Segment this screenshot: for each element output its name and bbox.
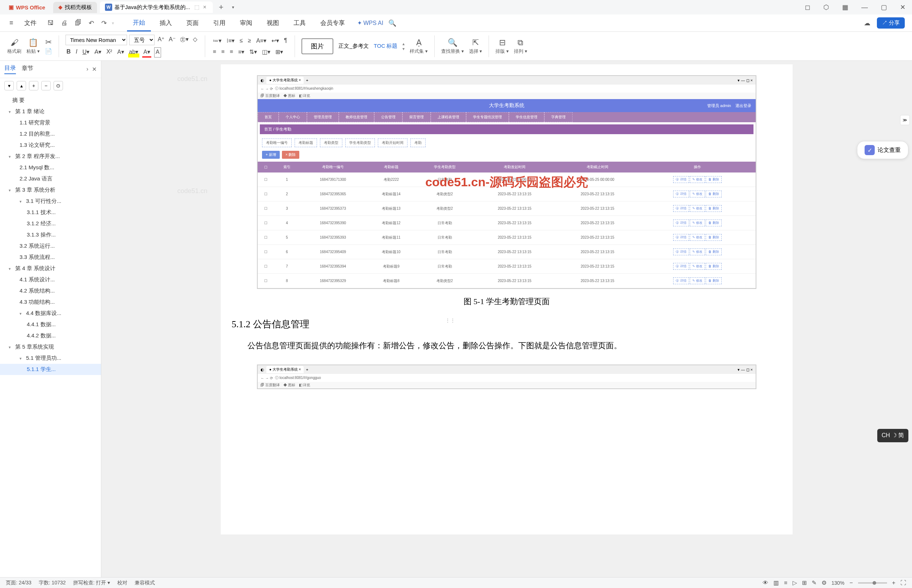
- outline-item-21[interactable]: 4.4.2 数据...: [0, 330, 101, 341]
- fullscreen-icon[interactable]: ⛶: [901, 580, 906, 586]
- menu-view[interactable]: 视图: [261, 15, 285, 31]
- zoom-slider[interactable]: [858, 582, 887, 584]
- outline-item-9[interactable]: ▾3.1 可行性分...: [0, 195, 101, 207]
- outline-item-18[interactable]: 4.3 功能结构...: [0, 297, 101, 308]
- subscript-button[interactable]: A▾: [116, 47, 125, 58]
- outline-item-6[interactable]: 2.1 Mysql 数...: [0, 162, 101, 173]
- menu-start[interactable]: 开始: [127, 15, 151, 31]
- gear-icon[interactable]: ⚙: [821, 579, 826, 586]
- outline-item-24[interactable]: 5.1.1 学生...: [0, 364, 101, 375]
- sidebar-close-icon[interactable]: ✕: [92, 66, 97, 73]
- font-color-button[interactable]: A▾: [142, 47, 151, 58]
- indent-left-icon[interactable]: ≤: [238, 36, 244, 45]
- paste-group[interactable]: 📋 粘贴 ▾: [26, 38, 40, 55]
- bold-button[interactable]: B: [65, 47, 72, 58]
- outline-item-17[interactable]: 4.2 系统结构...: [0, 285, 101, 297]
- save-icon[interactable]: 🖫: [45, 17, 56, 29]
- number-list-icon[interactable]: ⁞≡▾: [225, 36, 236, 45]
- close-tab-icon[interactable]: ×: [202, 4, 208, 10]
- outline-item-15[interactable]: ▾第 4 章 系统设计: [0, 263, 101, 274]
- grow-font-icon[interactable]: A⁺: [157, 35, 166, 45]
- redo-icon[interactable]: ↷: [99, 17, 109, 29]
- outline-settings-button[interactable]: ⊙: [53, 81, 63, 90]
- maximize-button[interactable]: ▢: [878, 2, 890, 13]
- drag-handle-icon[interactable]: ⋮⋮: [445, 318, 455, 323]
- bullet-list-icon[interactable]: ≔▾: [212, 36, 223, 45]
- align-right-icon[interactable]: ≡: [229, 47, 234, 57]
- add-heading-button[interactable]: +: [29, 81, 38, 90]
- outline-item-4[interactable]: 1.3 论文研究...: [0, 140, 101, 151]
- cut-button[interactable]: ✂ 📄: [45, 37, 52, 55]
- outline-item-5[interactable]: ▾第 2 章 程序开发...: [0, 151, 101, 162]
- outline-item-8[interactable]: ▾第 3 章 系统分析: [0, 184, 101, 195]
- tab-dropdown-icon[interactable]: ▾: [229, 5, 237, 10]
- outline-item-13[interactable]: 3.2 系统运行...: [0, 241, 101, 252]
- format-brush-group[interactable]: 🖌 格式刷: [7, 38, 21, 55]
- image-button[interactable]: 图片: [301, 38, 333, 54]
- avatar-icon[interactable]: ▦: [839, 2, 851, 13]
- search-icon[interactable]: 🔍: [386, 17, 398, 29]
- paper-check-button[interactable]: ✓ 论文查重: [857, 141, 909, 159]
- font-size-select[interactable]: 五号: [129, 35, 154, 45]
- layout-group[interactable]: ⊟ 排版 ▾: [496, 38, 509, 55]
- outline-item-12[interactable]: 3.1.3 操作...: [0, 229, 101, 241]
- document-tab-active[interactable]: W 基于Java的大学生考勤系统的... ⬚ ×: [100, 2, 213, 13]
- outline-item-22[interactable]: ▾第 5 章系统实现: [0, 341, 101, 352]
- zoom-level[interactable]: 130%: [832, 580, 845, 586]
- shrink-font-icon[interactable]: A⁻: [168, 35, 177, 45]
- share-button[interactable]: ↗ 分享: [877, 17, 905, 29]
- outline-item-7[interactable]: 2.2 Java 语言: [0, 173, 101, 184]
- menu-insert[interactable]: 插入: [154, 15, 178, 31]
- line-spacing-icon[interactable]: ⇅▾: [248, 47, 258, 57]
- outline-item-23[interactable]: ▾5.1 管理员功...: [0, 352, 101, 364]
- sidebar-tab-toc[interactable]: 目录: [4, 65, 16, 74]
- phonetic-icon[interactable]: ㉆▾: [179, 35, 190, 45]
- view-mode-2-icon[interactable]: ≡: [784, 580, 787, 586]
- shading-icon[interactable]: ◫▾: [261, 47, 271, 57]
- add-tab-button[interactable]: +: [216, 3, 226, 12]
- underline-button[interactable]: U▾: [81, 47, 91, 58]
- remove-heading-button[interactable]: −: [41, 81, 51, 90]
- align-left-icon[interactable]: ≡: [212, 47, 217, 57]
- outline-item-3[interactable]: 1.2 目的和意...: [0, 128, 101, 140]
- paragraph-icon[interactable]: ¶: [283, 36, 288, 45]
- status-page[interactable]: 页面: 24/33: [6, 580, 31, 586]
- arrange-group[interactable]: ⧉ 排列 ▾: [514, 38, 527, 55]
- document-canvas[interactable]: ⋮⋮ code51.cn code51.cn ◐ ● 大学生考勤系统 × + ▾…: [101, 61, 912, 577]
- outline-item-11[interactable]: 3.1.2 经济...: [0, 218, 101, 229]
- style-toc-title[interactable]: TOC 标题: [374, 43, 398, 50]
- file-menu[interactable]: 文件: [18, 15, 42, 31]
- outline-item-1[interactable]: ▾第 1 章 绪论: [0, 106, 101, 117]
- window-square-icon[interactable]: ◻: [802, 2, 813, 13]
- sidebar-tab-chapter[interactable]: 章节: [22, 65, 33, 74]
- grid-icon[interactable]: ⊞: [802, 579, 807, 586]
- outline-item-19[interactable]: ▾4.4 数据库设...: [0, 308, 101, 319]
- outline-item-2[interactable]: 1.1 研究背景: [0, 117, 101, 128]
- preview-icon[interactable]: 🗐: [73, 17, 84, 29]
- style-body-ref[interactable]: 正文_参考文: [339, 43, 368, 50]
- hamburger-icon[interactable]: ≡: [7, 17, 16, 29]
- view-mode-1-icon[interactable]: ▥: [773, 579, 779, 586]
- outline-item-0[interactable]: 摘 要: [0, 95, 101, 106]
- wps-ai-button[interactable]: ✦ WPS AI: [357, 19, 384, 26]
- outline-item-16[interactable]: 4.1 系统设计...: [0, 274, 101, 285]
- align-center-icon[interactable]: ≡: [220, 47, 225, 57]
- minimize-button[interactable]: —: [859, 2, 871, 13]
- status-words[interactable]: 字数: 10732: [39, 580, 66, 586]
- collapse-right-panel[interactable]: ≫: [900, 115, 910, 125]
- template-tab[interactable]: ◆ 找稻壳模板: [53, 2, 97, 13]
- wps-office-tab[interactable]: ▣ WPS Office: [3, 2, 50, 13]
- cloud-icon[interactable]: ☁: [862, 17, 873, 29]
- window-cube-icon[interactable]: ⬡: [820, 2, 832, 13]
- superscript-button[interactable]: X²: [105, 47, 113, 58]
- play-icon[interactable]: ▷: [792, 579, 797, 586]
- tool-icon[interactable]: ✎: [812, 579, 816, 586]
- sidebar-next-icon[interactable]: ›: [86, 66, 88, 73]
- zoom-out-button[interactable]: −: [849, 580, 853, 586]
- align-justify-icon[interactable]: ≡▾: [237, 47, 245, 57]
- print-icon[interactable]: 🖨: [59, 17, 70, 29]
- text-direction-icon[interactable]: A≡▾: [255, 36, 267, 45]
- close-window-button[interactable]: ✕: [897, 2, 909, 13]
- expand-down-button[interactable]: ▾: [4, 81, 14, 90]
- clear-format-icon[interactable]: ◇: [192, 35, 198, 45]
